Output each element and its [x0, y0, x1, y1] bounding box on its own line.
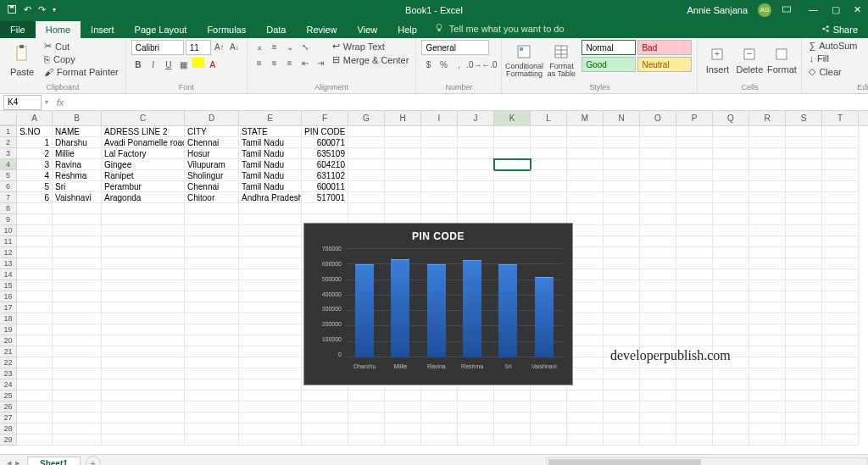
cell[interactable] [102, 346, 185, 357]
cell[interactable] [749, 126, 786, 137]
col-header[interactable]: O [640, 111, 676, 125]
col-header[interactable]: C [102, 111, 185, 125]
cell[interactable] [53, 357, 102, 368]
align-left-icon[interactable]: ≡ [253, 56, 266, 69]
cell[interactable] [385, 423, 421, 435]
chart-bar[interactable] [391, 259, 409, 357]
indent-left-icon[interactable]: ⇤ [298, 56, 312, 69]
cell[interactable] [749, 357, 786, 368]
cell[interactable] [102, 401, 185, 412]
cell[interactable] [676, 313, 713, 324]
cell[interactable] [421, 159, 458, 170]
cell[interactable] [17, 346, 53, 357]
cell[interactable] [102, 236, 185, 247]
cell[interactable] [17, 423, 53, 435]
cell[interactable]: CITY [185, 126, 239, 137]
decrease-font-icon[interactable]: A↓ [228, 40, 242, 53]
cell[interactable] [640, 214, 676, 225]
cell[interactable] [567, 423, 604, 435]
cell[interactable] [53, 379, 102, 390]
cell[interactable] [53, 269, 102, 280]
cell[interactable] [53, 335, 102, 346]
tab-formulas[interactable]: Formulas [197, 21, 256, 38]
cell[interactable] [604, 159, 640, 170]
cell[interactable] [102, 435, 185, 446]
cell[interactable] [239, 401, 302, 412]
cell[interactable] [749, 159, 786, 170]
cell[interactable] [567, 203, 604, 214]
cell[interactable] [749, 401, 786, 412]
cell[interactable] [749, 203, 786, 214]
cell[interactable] [385, 148, 421, 159]
col-header[interactable]: Q [713, 111, 749, 125]
cell[interactable]: 6 [17, 192, 53, 203]
col-header[interactable]: B [53, 111, 102, 125]
cell[interactable] [604, 368, 640, 379]
cell[interactable] [822, 313, 859, 324]
cell[interactable]: Sholingur [185, 170, 239, 181]
cell[interactable] [531, 203, 567, 214]
cell[interactable] [385, 170, 421, 181]
cell[interactable] [604, 258, 640, 269]
cell[interactable] [494, 126, 531, 137]
cell[interactable] [53, 324, 102, 335]
cell[interactable] [421, 390, 458, 401]
cell[interactable]: Chennai [185, 181, 239, 192]
cell[interactable] [822, 401, 859, 412]
row-header[interactable]: 7 [0, 192, 17, 203]
cell[interactable] [421, 170, 458, 181]
cell[interactable] [676, 291, 713, 302]
cell[interactable] [749, 313, 786, 324]
cell[interactable] [185, 368, 239, 379]
cell[interactable] [640, 335, 676, 346]
cell[interactable]: 631102 [302, 170, 348, 181]
row-header[interactable]: 17 [0, 302, 17, 313]
cell[interactable]: Perambur [102, 181, 185, 192]
cell[interactable] [421, 137, 458, 148]
cell[interactable] [239, 346, 302, 357]
cell[interactable] [713, 126, 749, 137]
cell[interactable] [102, 225, 185, 236]
cell[interactable] [786, 192, 822, 203]
cell[interactable] [749, 192, 786, 203]
qat-customize-icon[interactable]: ▾ [53, 6, 56, 14]
cell[interactable] [17, 258, 53, 269]
cell[interactable] [102, 368, 185, 379]
cell[interactable] [185, 390, 239, 401]
cell[interactable] [604, 390, 640, 401]
cell[interactable] [567, 401, 604, 412]
cell[interactable] [458, 435, 494, 446]
cell[interactable] [713, 258, 749, 269]
cell[interactable] [676, 412, 713, 423]
cell[interactable] [385, 137, 421, 148]
col-header[interactable]: A [17, 111, 53, 125]
row-header[interactable]: 28 [0, 423, 17, 435]
cell[interactable] [458, 137, 494, 148]
cell[interactable] [239, 313, 302, 324]
cell[interactable] [185, 302, 239, 313]
cell[interactable] [102, 291, 185, 302]
cell[interactable] [604, 335, 640, 346]
insert-cells-button[interactable]: +Insert [703, 40, 732, 82]
cell[interactable]: Ranipet [102, 170, 185, 181]
share-button[interactable]: Share [811, 21, 868, 38]
cell[interactable] [421, 203, 458, 214]
cell[interactable] [640, 280, 676, 291]
cell[interactable] [185, 379, 239, 390]
cell[interactable] [640, 390, 676, 401]
cell[interactable] [185, 236, 239, 247]
cell[interactable] [822, 302, 859, 313]
cell[interactable] [676, 225, 713, 236]
cell[interactable] [786, 214, 822, 225]
cell[interactable] [676, 159, 713, 170]
autosum-button[interactable]: ∑AutoSum [807, 40, 859, 52]
cell[interactable] [604, 126, 640, 137]
cell[interactable]: PIN CODE [302, 126, 348, 137]
bold-button[interactable]: B [131, 58, 145, 71]
cell[interactable] [53, 247, 102, 258]
cell[interactable] [567, 192, 604, 203]
cell[interactable] [604, 324, 640, 335]
cell[interactable]: 4 [17, 170, 53, 181]
cell[interactable] [239, 390, 302, 401]
cell[interactable] [385, 390, 421, 401]
